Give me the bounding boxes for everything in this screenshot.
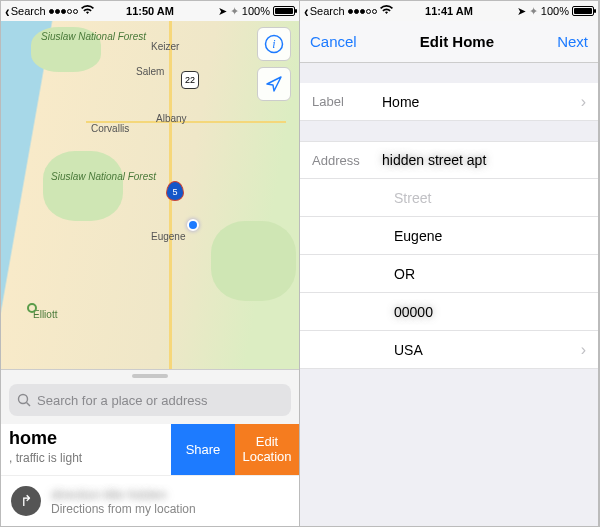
edit-location-button[interactable]: Edit Location [235,424,299,475]
current-location-dot [187,219,199,231]
map-label-forest: Siuslaw National Forest [41,31,146,42]
share-button[interactable]: Share [171,424,235,475]
nav-header: Cancel Edit Home Next [300,21,598,63]
chevron-right-icon: › [581,341,586,359]
status-bar: ‹ Search 11:50 AM ➤ ✦ 100% [1,1,299,21]
map-tracking-button[interactable] [257,67,291,101]
sheet-grabber[interactable] [132,374,168,378]
battery-icon [572,6,594,16]
street1-value-blurred: hidden street apt [382,152,586,168]
forest-region [43,151,123,221]
statusbar-time: 11:50 AM [1,5,299,17]
address-country-row[interactable]: USA › [300,331,598,369]
map-label-city: Corvallis [91,123,129,134]
directions-subtitle: Directions from my location [51,502,196,516]
phone-maps: ‹ Search 11:50 AM ➤ ✦ 100% Siuslaw Natio… [1,1,300,526]
label-value: Home [382,94,581,110]
map-label-city: Albany [156,113,187,124]
battery-icon [273,6,295,16]
city-value: Eugene [394,228,586,244]
street2-placeholder: Street [394,190,586,206]
address-zip-row[interactable]: 00000 [300,293,598,331]
map-canvas[interactable]: Siuslaw National Forest Siuslaw National… [1,21,299,369]
map-label-city: Salem [136,66,164,77]
park-marker-icon [27,303,37,313]
address-city-row[interactable]: Eugene [300,217,598,255]
statusbar-time: 11:41 AM [300,5,598,17]
cancel-button[interactable]: Cancel [310,33,357,50]
country-value: USA [394,342,581,358]
svg-point-2 [19,395,28,404]
next-button[interactable]: Next [557,33,588,50]
state-value: OR [394,266,586,282]
place-subtitle: , traffic is light [9,451,163,465]
svg-line-3 [27,403,31,407]
field-key: Address [300,153,382,168]
map-label-city: Eugene [151,231,185,242]
zip-value-blurred: 00000 [394,304,586,320]
route-shield-22: 22 [181,71,199,89]
address-street1-row[interactable]: Address hidden street apt [300,141,598,179]
map-info-button[interactable]: i [257,27,291,61]
svg-text:i: i [272,37,275,51]
bottom-sheet: Search for a place or address home , tra… [1,369,299,526]
directions-icon: ↱ [11,486,41,516]
directions-row[interactable]: ↱ direction title hidden Directions from… [1,475,299,526]
status-bar: ‹ Search 11:41 AM ➤ ✦ 100% [300,1,598,21]
map-search-field[interactable]: Search for a place or address [9,384,291,416]
forest-region [211,221,296,301]
map-label-forest: Siuslaw National Forest [51,171,156,182]
directions-title-blurred: direction title hidden [51,487,196,502]
map-label-city: Keizer [151,41,179,52]
edit-form: Label Home › Address hidden street apt S… [300,63,598,526]
chevron-right-icon: › [581,93,586,111]
search-icon [17,393,31,407]
interstate-shield-5: 5 [166,181,184,201]
phone-edit-contact: ‹ Search 11:41 AM ➤ ✦ 100% Cancel Edit H… [300,1,599,526]
address-street2-row[interactable]: Street [300,179,598,217]
place-title: home [9,428,163,449]
place-card: home , traffic is light Share Edit Locat… [1,424,299,475]
address-state-row[interactable]: OR [300,255,598,293]
page-title: Edit Home [420,33,494,50]
label-row[interactable]: Label Home › [300,83,598,121]
map-label-city: Elliott [33,309,57,320]
field-key: Label [300,94,382,109]
search-placeholder: Search for a place or address [37,393,208,408]
